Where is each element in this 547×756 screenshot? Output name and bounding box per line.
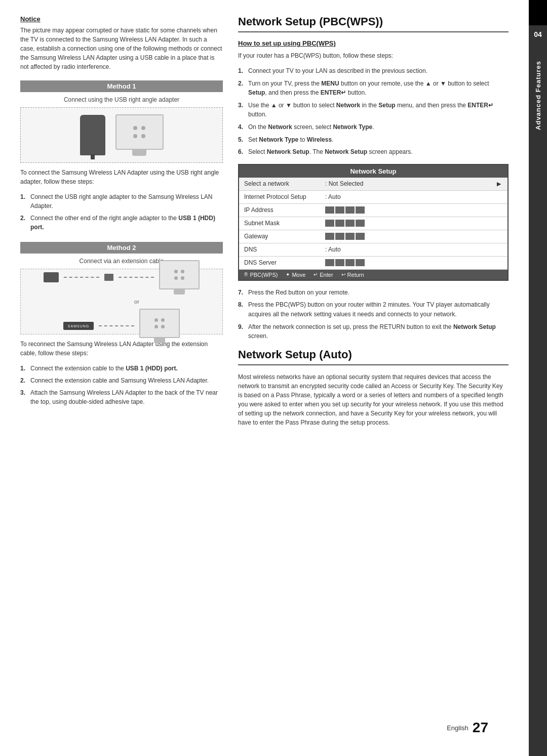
- network-row-protocol: Internet Protocol Setup : Auto: [239, 191, 507, 204]
- network-row-ip-label: IP Address: [244, 206, 325, 214]
- footer-return: ↩ Return: [341, 272, 364, 278]
- method2-step-2: 2. Connect the extension cable and Samsu…: [20, 376, 223, 385]
- network-row-gateway-label: Gateway: [244, 233, 325, 240]
- steps-before-table: 1.Connect your TV to your LAN as describ…: [238, 66, 509, 157]
- method2-section: Method 2 Connect via an extension cable: [20, 242, 223, 406]
- network-row-subnet-label: Subnet Mask: [244, 220, 325, 227]
- method2-step-1: 1. Connect the extension cable to the US…: [20, 364, 223, 373]
- step-5: 5.Set Network Type to Wireless.: [238, 135, 509, 145]
- subsection-intro: If your router has a PBC(WPS) button, fo…: [238, 51, 509, 60]
- usb-adapter-illustration: [21, 109, 222, 161]
- subnet-blocks: [325, 220, 365, 227]
- steps-after-table: 7.Press the Red button on your remote. 8…: [238, 288, 509, 341]
- method2-step-3: 3. Attach the Samsung Wireless LAN Adapt…: [20, 388, 223, 406]
- method1-caption: Connect using the USB right angle adapte…: [20, 96, 223, 103]
- network-row-protocol-value: : Auto: [325, 193, 502, 200]
- network-row-select-value: : Not Selected: [325, 180, 493, 187]
- subsection-title: How to set up using PBC(WPS): [238, 39, 509, 47]
- network-row-dns: DNS : Auto: [239, 243, 507, 257]
- network-setup-table: Network Setup Select a network : Not Sel…: [238, 164, 509, 281]
- footer-return-label: Return: [347, 272, 364, 278]
- network-row-dns-label: DNS: [244, 246, 325, 253]
- step-9: 9.After the network connection is set up…: [238, 322, 509, 341]
- network-row-select-label: Select a network: [244, 180, 325, 187]
- ip-blocks: [325, 206, 365, 214]
- left-column: Notice The picture may appear corrupted …: [20, 15, 223, 715]
- footer-enter: ↵ Enter: [314, 272, 333, 278]
- notice-section: Notice The picture may appear corrupted …: [20, 15, 223, 71]
- footer-pbc-label: PBC(WPS): [250, 272, 278, 278]
- move-icon: ✦: [286, 272, 290, 277]
- network-row-gateway: Gateway: [239, 230, 507, 243]
- method2-steps-list: 1. Connect the extension cable to the US…: [20, 364, 223, 406]
- network-row-dns-value: : Auto: [325, 246, 502, 253]
- enter-icon: ↵: [314, 272, 318, 277]
- section2-title: Network Setup (Auto): [238, 348, 509, 365]
- footer-language: English: [447, 724, 468, 732]
- return-icon: ↩: [341, 272, 345, 277]
- method2-image: or SAMSUNG: [20, 269, 223, 334]
- footer-enter-label: Enter: [320, 272, 333, 278]
- network-row-select: Select a network : Not Selected ►: [239, 178, 507, 191]
- method2-label: Method 2: [20, 242, 223, 254]
- network-table-header: Network Setup: [239, 165, 507, 178]
- notice-title: Notice: [20, 15, 223, 23]
- footer-move-label: Move: [292, 272, 305, 278]
- method1-steps-list: 1. Connect the USB right angle adapter t…: [20, 192, 223, 232]
- chapter-tab: 04 Advanced Features: [529, 0, 547, 756]
- chapter-number: 04: [534, 30, 542, 38]
- step-1: 1.Connect your TV to your LAN as describ…: [238, 66, 509, 76]
- method1-step-2: 2. Connect the other end of the right an…: [20, 214, 223, 232]
- notice-text: The picture may appear corrupted or have…: [20, 26, 223, 71]
- network-row-dns-server-label: DNS Server: [244, 259, 325, 266]
- network-table-footer: ® PBC(WPS) ✦ Move ↵ Enter: [239, 270, 507, 280]
- network-row-subnet: Subnet Mask: [239, 217, 507, 230]
- method1-image: [20, 107, 223, 163]
- page-footer: English 27: [20, 715, 509, 741]
- right-column: Network Setup (PBC(WPS)) How to set up u…: [238, 15, 509, 715]
- method1-intro: To connect the Samsung Wireless LAN Adap…: [20, 168, 223, 186]
- step-3: 3.Use the ▲ or ▼ button to select Networ…: [238, 101, 509, 119]
- network-row-ip: IP Address: [239, 204, 507, 217]
- or-text: or: [134, 299, 139, 305]
- step-2: 2.Turn on your TV, press the MENU button…: [238, 79, 509, 98]
- gateway-blocks: [325, 233, 365, 240]
- arrow-icon: ►: [495, 180, 502, 188]
- section2-text: Most wireless networks have an optional …: [238, 372, 509, 427]
- method1-step-1: 1. Connect the USB right angle adapter t…: [20, 192, 223, 211]
- step-6: 6.Select Network Setup. The Network Setu…: [238, 147, 509, 157]
- dns-server-blocks: [325, 259, 365, 266]
- red-button-icon: ®: [244, 272, 248, 277]
- method1-section: Method 1 Connect using the USB right ang…: [20, 80, 223, 232]
- footer-pbc: ® PBC(WPS): [244, 272, 278, 278]
- step-8: 8.Press the PBC(WPS) button on your rout…: [238, 300, 509, 319]
- step-4: 4.On the Network screen, select Network …: [238, 122, 509, 132]
- method1-label: Method 1: [20, 80, 223, 92]
- footer-move: ✦ Move: [286, 272, 305, 278]
- network-row-dns-server: DNS Server: [239, 257, 507, 270]
- section2: Network Setup (Auto) Most wireless netwo…: [238, 348, 509, 427]
- method2-intro: To reconnect the Samsung Wireless LAN Ad…: [20, 340, 223, 358]
- footer-page-number: 27: [473, 720, 488, 736]
- step-7: 7.Press the Red button on your remote.: [238, 288, 509, 298]
- network-row-protocol-label: Internet Protocol Setup: [244, 193, 325, 200]
- tab-accent: [529, 0, 547, 25]
- chapter-label: Advanced Features: [534, 61, 542, 130]
- section1: Network Setup (PBC(WPS)) How to set up u…: [238, 15, 509, 341]
- section1-title: Network Setup (PBC(WPS)): [238, 15, 509, 32]
